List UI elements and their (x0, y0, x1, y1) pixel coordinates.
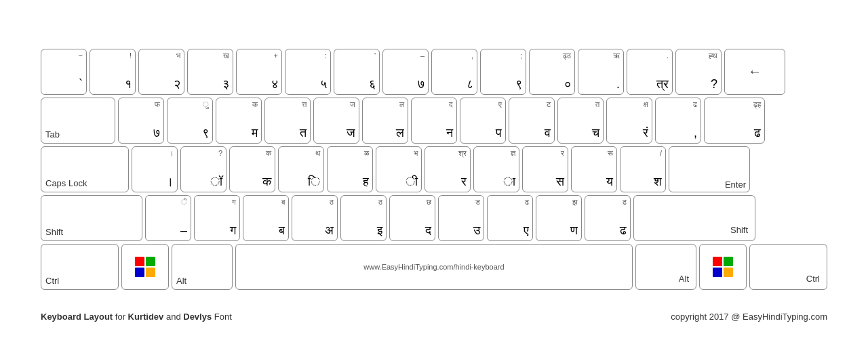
key-f[interactable]: थ ि (278, 146, 324, 192)
key-d[interactable]: क क (229, 146, 275, 192)
key-y[interactable]: ल ल (362, 98, 408, 144)
key-w[interactable]: ु ९ (167, 98, 213, 144)
key-8[interactable]: , ८ (431, 49, 477, 95)
key-e[interactable]: क म (216, 98, 262, 144)
row-5: Ctrl Alt www.EasyHindiTyping.com/hindi-k… (41, 244, 827, 290)
footer-right-text: copyright 2017 @ EasyHindiTyping.com (671, 312, 827, 322)
key-n[interactable]: छ द (389, 195, 435, 241)
key-7[interactable]: – ७ (382, 49, 429, 95)
key-g[interactable]: ळ ह (327, 146, 373, 192)
footer: Keyboard Layout for Kurtidev and Devlys … (0, 309, 868, 324)
space-key[interactable]: www.EasyHindiTyping.com/hindi-keyboard (235, 244, 633, 290)
alt-right-key[interactable]: Alt (635, 244, 696, 290)
key-q[interactable]: फ ७ (118, 98, 164, 144)
key-period[interactable]: झ ण (536, 195, 582, 241)
key-s[interactable]: ? ॉ (180, 146, 226, 192)
key-minus[interactable]: ऋ . (578, 49, 624, 95)
key-quote[interactable]: / श (620, 146, 666, 192)
enter-key[interactable]: Enter (669, 146, 750, 192)
key-0[interactable]: ढ्ठ ० (529, 49, 575, 95)
row-4: Shift ॆ – ग ग ब ब ठ अ ठ इ छ द ड उ (41, 195, 827, 241)
key-v[interactable]: ठ अ (292, 195, 338, 241)
key-u[interactable]: द न (411, 98, 457, 144)
key-r[interactable]: त्त त (264, 98, 311, 144)
key-c[interactable]: ब ब (243, 195, 289, 241)
key-3[interactable]: ख ३ (187, 49, 233, 95)
shift-left-key[interactable]: Shift (41, 195, 142, 241)
key-tilde[interactable]: ~ ` (41, 49, 87, 95)
key-i[interactable]: ए प (460, 98, 506, 144)
backspace-key[interactable]: ← (724, 49, 785, 95)
key-9[interactable]: ; ९ (480, 49, 526, 95)
key-bracket-r[interactable]: ढ , (655, 98, 701, 144)
key-2[interactable]: भ २ (138, 49, 184, 95)
key-5[interactable]: : ५ (285, 49, 331, 95)
key-bracket[interactable]: ह्ध ? (675, 49, 722, 95)
key-slash[interactable]: ढ ढ (585, 195, 631, 241)
key-1[interactable]: ! १ (90, 49, 136, 95)
footer-left-text: Keyboard Layout for Kurtidev and Devlys … (41, 312, 232, 322)
ctrl-right-key[interactable]: Ctrl (749, 244, 827, 290)
key-4[interactable]: + ४ (236, 49, 282, 95)
key-k[interactable]: ज्ञ ा (473, 146, 519, 192)
space-url-text: www.EasyHindiTyping.com/hindi-keyboard (363, 263, 504, 271)
key-comma[interactable]: ढ ए (487, 195, 533, 241)
key-6[interactable]: ' ६ (334, 49, 380, 95)
key-t[interactable]: ज ज (313, 98, 359, 144)
caps-lock-key[interactable]: Caps Lock (41, 146, 129, 192)
key-a[interactable]: । । (132, 146, 178, 192)
key-m[interactable]: ड उ (438, 195, 484, 241)
key-p[interactable]: त च (557, 98, 604, 144)
row-3: Caps Lock । । ? ॉ क क थ ि ळ ह भ ी श्र र (41, 146, 827, 192)
key-x[interactable]: ग ग (194, 195, 240, 241)
shift-right-key[interactable]: Shift (633, 195, 755, 241)
keyboard-wrapper: ~ ` ! १ भ २ ख ३ + ४ : ५ ' ६ – ७ (0, 35, 868, 306)
key-j[interactable]: श्र र (425, 146, 471, 192)
alt-left-key[interactable]: Alt (172, 244, 233, 290)
key-bracket-l[interactable]: क्ष रं (606, 98, 652, 144)
key-l[interactable]: र स (522, 146, 568, 192)
windows-icon-right (713, 257, 733, 277)
key-backslash[interactable]: ढ्ह ढ (704, 98, 765, 144)
key-equal[interactable]: . त्र (627, 49, 673, 95)
key-semicolon[interactable]: रू य (571, 146, 617, 192)
row-1: ~ ` ! १ भ २ ख ३ + ४ : ५ ' ६ – ७ (41, 49, 827, 95)
ctrl-left-key[interactable]: Ctrl (41, 244, 119, 290)
key-o[interactable]: ट व (509, 98, 555, 144)
tab-key[interactable]: Tab (41, 98, 115, 144)
key-h[interactable]: भ ी (376, 146, 422, 192)
windows-icon-left (135, 257, 155, 277)
win-right-key[interactable] (699, 244, 747, 290)
win-left-key[interactable] (121, 244, 169, 290)
row-2: Tab फ ७ ु ९ क म त्त त ज ज ल ल द न (41, 98, 827, 144)
key-z[interactable]: ॆ – (145, 195, 191, 241)
key-b[interactable]: ठ इ (340, 195, 387, 241)
